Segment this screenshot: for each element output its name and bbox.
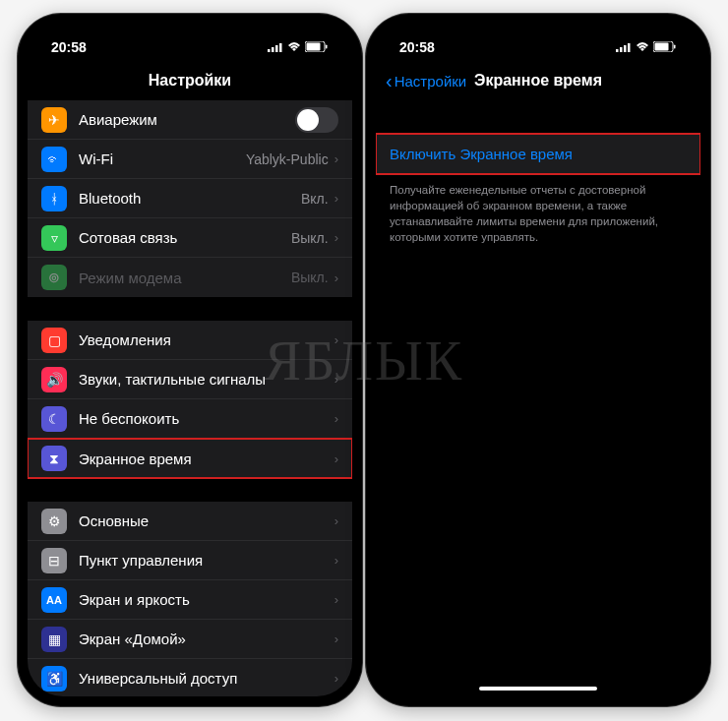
bt-icon: ᚼ <box>41 186 67 211</box>
back-button[interactable]: ‹ Настройки <box>386 70 466 92</box>
row-label: Bluetooth <box>79 190 301 207</box>
svg-rect-0 <box>268 49 271 52</box>
nav-bar: Настройки <box>28 61 352 100</box>
row-label: Уведомления <box>79 331 334 348</box>
toggle-switch[interactable] <box>295 107 338 133</box>
svg-rect-2 <box>275 45 278 52</box>
settings-group: ▢Уведомления›🔊Звуки, тактильные сигналы›… <box>28 321 352 478</box>
wifi-icon: ᯤ <box>41 147 67 172</box>
chevron-right-icon: › <box>334 671 338 686</box>
settings-row-general[interactable]: ⚙Основные› <box>28 502 352 541</box>
chevron-right-icon: › <box>334 372 338 387</box>
row-label: Пункт управления <box>79 552 334 569</box>
chevron-right-icon: › <box>334 451 338 466</box>
chevron-right-icon: › <box>334 270 338 285</box>
enable-label: Включить Экранное время <box>390 146 573 162</box>
svg-rect-6 <box>326 45 328 49</box>
general-icon: ⚙ <box>41 509 67 534</box>
enable-screentime-button[interactable]: Включить Экранное время <box>376 134 700 174</box>
screentime-content: Включить Экранное время Получайте еженед… <box>376 100 700 696</box>
control-icon: ⊟ <box>41 548 67 573</box>
home-indicator[interactable] <box>479 687 597 691</box>
settings-group: ⚙Основные›⊟Пункт управления›AAЭкран и яр… <box>28 502 352 696</box>
settings-group: ✈АвиарежимᯤWi-FiYablyk-Public›ᚼBluetooth… <box>28 100 352 297</box>
phone-left: 20:58 Настройки ✈АвиарежимᯤWi-FiYablyk-P… <box>18 14 362 706</box>
chevron-right-icon: › <box>334 592 338 607</box>
chevron-right-icon: › <box>334 513 338 528</box>
signal-icon <box>268 39 283 55</box>
row-label: Универсальный доступ <box>79 670 334 687</box>
settings-row-dnd[interactable]: ☾Не беспокоить› <box>28 399 352 439</box>
chevron-left-icon: ‹ <box>386 70 393 92</box>
footer-description: Получайте еженедельные отчеты с достовер… <box>376 174 700 253</box>
hotspot-icon: ⊚ <box>41 265 67 290</box>
settings-list[interactable]: ✈АвиарежимᯤWi-FiYablyk-Public›ᚼBluetooth… <box>28 100 352 696</box>
row-value: Выкл. <box>291 270 329 285</box>
phone-right: 20:58 ‹ Настройки <box>366 14 710 706</box>
battery-icon <box>305 39 329 55</box>
signal-icon <box>616 39 632 55</box>
display-icon: AA <box>41 587 67 613</box>
svg-rect-9 <box>624 45 627 52</box>
chevron-right-icon: › <box>334 191 338 206</box>
row-value: Yablyk-Public <box>246 151 329 167</box>
row-value: Выкл. <box>291 230 329 246</box>
svg-rect-13 <box>674 45 676 49</box>
status-time: 20:58 <box>399 39 435 55</box>
chevron-right-icon: › <box>334 332 338 347</box>
row-label: Режим модема <box>79 270 291 286</box>
settings-row-control[interactable]: ⊟Пункт управления› <box>28 541 352 580</box>
settings-row-home[interactable]: ▦Экран «Домой»› <box>28 620 352 659</box>
settings-row-access[interactable]: ♿Универсальный доступ› <box>28 659 352 696</box>
settings-row-cell[interactable]: ▿Сотовая связьВыкл.› <box>28 218 352 258</box>
chevron-right-icon: › <box>334 631 338 646</box>
svg-rect-10 <box>628 43 631 52</box>
settings-row-bt[interactable]: ᚼBluetoothВкл.› <box>28 179 352 218</box>
screentime-icon: ⧗ <box>41 446 67 471</box>
chevron-right-icon: › <box>334 230 338 245</box>
row-label: Экран «Домой» <box>79 631 334 647</box>
row-label: Экранное время <box>79 451 334 467</box>
row-value: Вкл. <box>301 191 329 207</box>
wifi-status-icon <box>636 39 649 55</box>
chevron-right-icon: › <box>334 411 338 426</box>
svg-rect-8 <box>620 47 623 52</box>
notch <box>464 24 612 47</box>
settings-row-notif[interactable]: ▢Уведомления› <box>28 321 352 360</box>
settings-row-hotspot[interactable]: ⊚Режим модемаВыкл.› <box>28 258 352 297</box>
status-time: 20:58 <box>51 39 87 55</box>
row-label: Звуки, тактильные сигналы <box>79 371 334 388</box>
svg-rect-5 <box>307 43 321 51</box>
back-label: Настройки <box>394 73 467 90</box>
svg-rect-3 <box>279 43 282 52</box>
home-icon: ▦ <box>41 627 67 652</box>
notch <box>116 24 264 47</box>
page-title: Экранное время <box>474 72 602 90</box>
settings-row-wifi[interactable]: ᯤWi-FiYablyk-Public› <box>28 140 352 179</box>
svg-rect-7 <box>616 49 619 52</box>
sound-icon: 🔊 <box>41 367 67 392</box>
nav-bar: ‹ Настройки Экранное время <box>376 61 700 100</box>
row-label: Основные <box>79 512 334 529</box>
access-icon: ♿ <box>41 666 67 691</box>
settings-row-screentime[interactable]: ⧗Экранное время› <box>28 439 352 478</box>
svg-rect-12 <box>655 43 669 51</box>
wifi-status-icon <box>287 39 301 55</box>
row-label: Авиарежим <box>79 111 295 128</box>
settings-row-airplane[interactable]: ✈Авиарежим <box>28 100 352 140</box>
row-label: Wi-Fi <box>79 150 246 167</box>
dnd-icon: ☾ <box>41 406 67 432</box>
airplane-icon: ✈ <box>41 107 67 133</box>
row-label: Экран и яркость <box>79 591 334 608</box>
battery-icon <box>653 39 677 55</box>
page-title: Настройки <box>149 72 231 90</box>
settings-row-display[interactable]: AAЭкран и яркость› <box>28 580 352 620</box>
chevron-right-icon: › <box>334 553 338 568</box>
notif-icon: ▢ <box>41 328 67 353</box>
settings-row-sound[interactable]: 🔊Звуки, тактильные сигналы› <box>28 360 352 399</box>
svg-rect-1 <box>272 47 274 52</box>
cell-icon: ▿ <box>41 225 67 251</box>
row-label: Не беспокоить <box>79 410 334 427</box>
row-label: Сотовая связь <box>79 229 291 246</box>
chevron-right-icon: › <box>334 151 338 166</box>
